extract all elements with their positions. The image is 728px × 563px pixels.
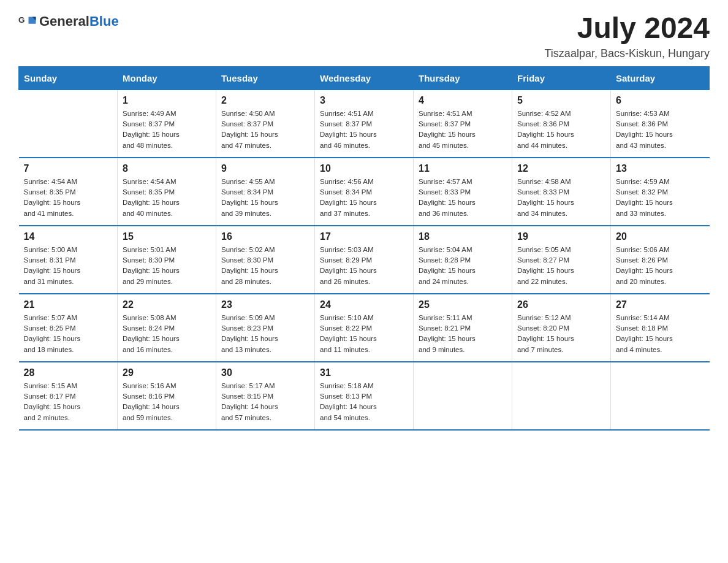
day-info: Sunrise: 4:51 AMSunset: 8:37 PMDaylight:… [419, 109, 507, 151]
day-number: 26 [517, 299, 605, 310]
day-number: 18 [419, 231, 507, 242]
day-of-week-saturday: Saturday [611, 66, 710, 90]
day-number: 7 [24, 163, 113, 174]
day-number: 5 [517, 95, 605, 106]
calendar-cell: 15Sunrise: 5:01 AMSunset: 8:30 PMDayligh… [118, 226, 216, 294]
day-info: Sunrise: 4:54 AMSunset: 8:35 PMDaylight:… [24, 177, 113, 219]
day-number: 29 [123, 367, 211, 378]
calendar-cell: 31Sunrise: 5:18 AMSunset: 8:13 PMDayligh… [315, 362, 414, 430]
calendar-cell: 12Sunrise: 4:58 AMSunset: 8:33 PMDayligh… [512, 158, 611, 226]
calendar-week-2: 7Sunrise: 4:54 AMSunset: 8:35 PMDaylight… [19, 158, 710, 226]
calendar-cell: 5Sunrise: 4:52 AMSunset: 8:36 PMDaylight… [512, 90, 611, 158]
page-header: G GeneralBlue July 2024 Tiszaalpar, Bacs… [18, 12, 710, 60]
calendar-cell: 13Sunrise: 4:59 AMSunset: 8:32 PMDayligh… [611, 158, 710, 226]
day-number: 21 [24, 299, 113, 310]
day-number: 8 [123, 163, 211, 174]
calendar-cell: 9Sunrise: 4:55 AMSunset: 8:34 PMDaylight… [216, 158, 315, 226]
month-year-title: July 2024 [545, 12, 710, 45]
calendar-cell: 6Sunrise: 4:53 AMSunset: 8:36 PMDaylight… [611, 90, 710, 158]
day-info: Sunrise: 4:57 AMSunset: 8:33 PMDaylight:… [419, 177, 507, 219]
day-of-week-wednesday: Wednesday [315, 66, 414, 90]
day-info: Sunrise: 5:05 AMSunset: 8:27 PMDaylight:… [517, 245, 605, 287]
calendar-cell: 18Sunrise: 5:04 AMSunset: 8:28 PMDayligh… [414, 226, 512, 294]
calendar-cell: 7Sunrise: 4:54 AMSunset: 8:35 PMDaylight… [19, 158, 118, 226]
day-info: Sunrise: 4:49 AMSunset: 8:37 PMDaylight:… [123, 109, 211, 151]
day-info: Sunrise: 5:03 AMSunset: 8:29 PMDaylight:… [320, 245, 408, 287]
calendar-cell: 30Sunrise: 5:17 AMSunset: 8:15 PMDayligh… [216, 362, 315, 430]
day-number: 13 [616, 163, 705, 174]
day-number: 19 [517, 231, 605, 242]
calendar-cell: 28Sunrise: 5:15 AMSunset: 8:17 PMDayligh… [19, 362, 118, 430]
day-info: Sunrise: 4:51 AMSunset: 8:37 PMDaylight:… [320, 109, 408, 151]
svg-text:G: G [18, 15, 25, 25]
day-of-week-tuesday: Tuesday [216, 66, 315, 90]
day-info: Sunrise: 5:18 AMSunset: 8:13 PMDaylight:… [320, 381, 408, 423]
location-subtitle: Tiszaalpar, Bacs-Kiskun, Hungary [545, 47, 710, 60]
day-of-week-monday: Monday [118, 66, 216, 90]
day-info: Sunrise: 4:58 AMSunset: 8:33 PMDaylight:… [517, 177, 605, 219]
day-number: 31 [320, 367, 408, 378]
calendar-cell: 17Sunrise: 5:03 AMSunset: 8:29 PMDayligh… [315, 226, 414, 294]
day-number: 6 [616, 95, 705, 106]
calendar-cell: 14Sunrise: 5:00 AMSunset: 8:31 PMDayligh… [19, 226, 118, 294]
calendar-cell [19, 90, 118, 158]
day-info: Sunrise: 5:12 AMSunset: 8:20 PMDaylight:… [517, 313, 605, 355]
day-number: 20 [616, 231, 705, 242]
day-number: 12 [517, 163, 605, 174]
day-number: 30 [221, 367, 309, 378]
day-info: Sunrise: 5:08 AMSunset: 8:24 PMDaylight:… [123, 313, 211, 355]
day-info: Sunrise: 5:06 AMSunset: 8:26 PMDaylight:… [616, 245, 705, 287]
day-number: 14 [24, 231, 113, 242]
day-number: 11 [419, 163, 507, 174]
calendar-cell: 19Sunrise: 5:05 AMSunset: 8:27 PMDayligh… [512, 226, 611, 294]
calendar-cell: 11Sunrise: 4:57 AMSunset: 8:33 PMDayligh… [414, 158, 512, 226]
calendar-cell: 20Sunrise: 5:06 AMSunset: 8:26 PMDayligh… [611, 226, 710, 294]
calendar-cell: 27Sunrise: 5:14 AMSunset: 8:18 PMDayligh… [611, 294, 710, 362]
day-info: Sunrise: 5:00 AMSunset: 8:31 PMDaylight:… [24, 245, 113, 287]
calendar-cell: 23Sunrise: 5:09 AMSunset: 8:23 PMDayligh… [216, 294, 315, 362]
day-info: Sunrise: 4:50 AMSunset: 8:37 PMDaylight:… [221, 109, 309, 151]
day-info: Sunrise: 5:14 AMSunset: 8:18 PMDaylight:… [616, 313, 705, 355]
day-number: 3 [320, 95, 408, 106]
calendar-cell: 1Sunrise: 4:49 AMSunset: 8:37 PMDaylight… [118, 90, 216, 158]
calendar-cell: 29Sunrise: 5:16 AMSunset: 8:16 PMDayligh… [118, 362, 216, 430]
calendar-cell [512, 362, 611, 430]
logo-icon: G [18, 12, 37, 31]
day-number: 10 [320, 163, 408, 174]
day-info: Sunrise: 5:01 AMSunset: 8:30 PMDaylight:… [123, 245, 211, 287]
calendar-week-3: 14Sunrise: 5:00 AMSunset: 8:31 PMDayligh… [19, 226, 710, 294]
day-info: Sunrise: 5:09 AMSunset: 8:23 PMDaylight:… [221, 313, 309, 355]
day-number: 2 [221, 95, 309, 106]
calendar-table: SundayMondayTuesdayWednesdayThursdayFrid… [18, 66, 710, 431]
logo-general-text: General [39, 13, 89, 29]
day-number: 28 [24, 367, 113, 378]
day-info: Sunrise: 4:54 AMSunset: 8:35 PMDaylight:… [123, 177, 211, 219]
calendar-cell: 16Sunrise: 5:02 AMSunset: 8:30 PMDayligh… [216, 226, 315, 294]
day-number: 4 [419, 95, 507, 106]
day-info: Sunrise: 5:16 AMSunset: 8:16 PMDaylight:… [123, 381, 211, 423]
day-number: 22 [123, 299, 211, 310]
logo-blue-text: Blue [89, 13, 119, 29]
calendar-cell: 10Sunrise: 4:56 AMSunset: 8:34 PMDayligh… [315, 158, 414, 226]
day-of-week-sunday: Sunday [19, 66, 118, 90]
calendar-cell [611, 362, 710, 430]
day-info: Sunrise: 4:56 AMSunset: 8:34 PMDaylight:… [320, 177, 408, 219]
calendar-header: SundayMondayTuesdayWednesdayThursdayFrid… [19, 66, 710, 90]
days-of-week-row: SundayMondayTuesdayWednesdayThursdayFrid… [19, 66, 710, 90]
day-info: Sunrise: 5:10 AMSunset: 8:22 PMDaylight:… [320, 313, 408, 355]
calendar-cell: 2Sunrise: 4:50 AMSunset: 8:37 PMDaylight… [216, 90, 315, 158]
calendar-cell: 22Sunrise: 5:08 AMSunset: 8:24 PMDayligh… [118, 294, 216, 362]
day-of-week-thursday: Thursday [414, 66, 512, 90]
title-block: July 2024 Tiszaalpar, Bacs-Kiskun, Hunga… [545, 12, 710, 60]
calendar-body: 1Sunrise: 4:49 AMSunset: 8:37 PMDaylight… [19, 90, 710, 430]
day-info: Sunrise: 4:53 AMSunset: 8:36 PMDaylight:… [616, 109, 705, 151]
calendar-cell: 24Sunrise: 5:10 AMSunset: 8:22 PMDayligh… [315, 294, 414, 362]
calendar-cell: 26Sunrise: 5:12 AMSunset: 8:20 PMDayligh… [512, 294, 611, 362]
calendar-cell: 4Sunrise: 4:51 AMSunset: 8:37 PMDaylight… [414, 90, 512, 158]
day-number: 24 [320, 299, 408, 310]
day-of-week-friday: Friday [512, 66, 611, 90]
day-number: 1 [123, 95, 211, 106]
day-info: Sunrise: 5:15 AMSunset: 8:17 PMDaylight:… [24, 381, 113, 423]
calendar-cell: 21Sunrise: 5:07 AMSunset: 8:25 PMDayligh… [19, 294, 118, 362]
day-number: 25 [419, 299, 507, 310]
